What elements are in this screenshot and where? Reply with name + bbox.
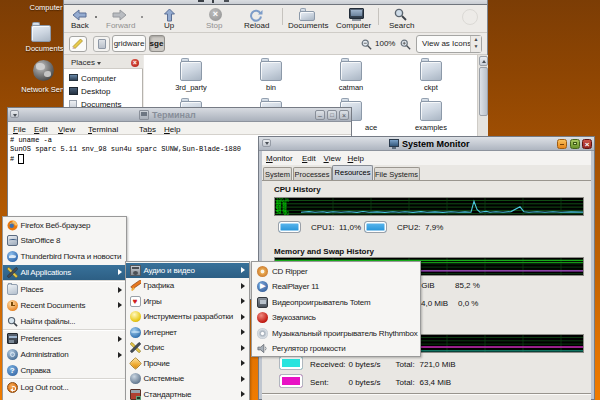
svg-text:20: 20 <box>284 210 290 214</box>
